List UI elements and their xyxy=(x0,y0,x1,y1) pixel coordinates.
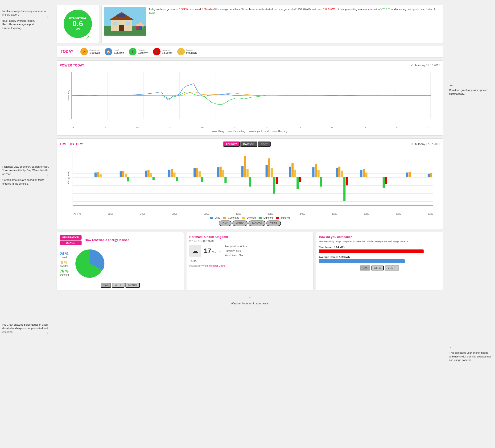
time-history-tabs[interactable]: ENERGY CARBON COST xyxy=(223,141,271,147)
revenue-value: £316.01 xyxy=(381,8,391,11)
power-chart-header: POWER TODAY < Thursday 07.07.2016 xyxy=(60,63,440,67)
compare-card: How do you compare? Your electricity usa… xyxy=(316,232,443,291)
annotation-arrow-2: → xyxy=(45,172,49,178)
svg-rect-20 xyxy=(125,174,127,177)
generation-usage-card: GENERATION USAGE How renewable energy is… xyxy=(56,232,184,291)
avg-home-bar xyxy=(319,259,405,263)
today-imported: ⬇ Imported 1.55kWh xyxy=(153,48,173,56)
usage-btn[interactable]: USAGE xyxy=(60,240,82,245)
pie-svg-wrap xyxy=(73,247,106,281)
pie-btn-day[interactable]: DAY xyxy=(101,283,111,288)
tab-energy[interactable]: ENERGY xyxy=(223,141,240,147)
time-history-chart-container: Energy (kWh) 0.75 0.5 0.25 0 -0.25 -0.5 … xyxy=(60,149,440,206)
time-history-header: TIME HISTORY ENERGY CARBON COST < Thursd… xyxy=(60,141,440,147)
compare-btn-week[interactable]: WEEK xyxy=(371,266,384,270)
pie-container: 24 % used 0 % diverted 76 % exported xyxy=(60,247,181,281)
used-value: 1.00kWh xyxy=(202,8,212,11)
btn-day[interactable]: DAY xyxy=(219,221,232,226)
pct-diverted-label: diverted xyxy=(60,265,69,267)
svg-rect-53 xyxy=(315,164,317,177)
pct-exported: 76 % xyxy=(60,269,68,274)
svg-rect-54 xyxy=(317,170,320,177)
svg-rect-55 xyxy=(320,177,322,187)
generation-btn[interactable]: GENERATION xyxy=(60,235,82,240)
svg-rect-26 xyxy=(168,170,170,177)
weather-details: Precipitation: 0.3mm Humidity: 83% Wind:… xyxy=(225,244,248,257)
bottom-note: Weather forecast in your area. xyxy=(231,302,269,305)
power-chart-svg xyxy=(72,72,431,119)
gen-value: 1.99kWh xyxy=(179,8,189,11)
pie-exported: 76 % exported xyxy=(60,269,69,276)
left-annotation-2: Historical view of energy, carbon or cos… xyxy=(2,165,50,186)
today-bar: TODAY ☀ Generated 1.99kWh 🏠 Used 2.55kWh… xyxy=(56,46,443,57)
weather-date: 2016-07-07 09:59 AM xyxy=(189,239,310,242)
pie-btn-week[interactable]: WEEK xyxy=(112,283,124,288)
svg-rect-60 xyxy=(346,177,348,186)
pie-btn-month[interactable]: MONTH xyxy=(125,283,140,288)
svg-rect-51 xyxy=(299,177,301,182)
page: Real-time widget showing your current im… xyxy=(0,0,495,448)
compare-period-buttons[interactable]: DAY WEEK MONTH xyxy=(319,266,440,270)
diverted-text: Diverted 0.00kWh xyxy=(186,49,197,54)
svg-rect-34 xyxy=(217,168,219,177)
your-home-label: Your home: 8.64 kWh xyxy=(319,246,440,249)
today-used: 🏠 Used 2.55kWh xyxy=(105,48,124,56)
svg-rect-41 xyxy=(249,177,251,187)
svg-rect-7 xyxy=(117,14,125,17)
annotation-arrow-1: → xyxy=(45,14,49,20)
legend-generating: Generating xyxy=(228,130,245,133)
left-annotation-1: Real-time widget showing your current im… xyxy=(2,9,50,31)
generated-text: Generated 1.99kWh xyxy=(89,49,100,54)
svg-rect-61 xyxy=(360,170,362,177)
info-card: Today we have generated 1.99kWh and used… xyxy=(101,5,443,43)
legend-imported: Imported xyxy=(276,216,290,219)
your-home-row: Your home: 8.64 kWh xyxy=(319,246,440,253)
svg-rect-64 xyxy=(383,177,385,188)
bottom-row: GENERATION USAGE How renewable energy is… xyxy=(56,232,443,291)
weather-main: ☁ 17 °C | °F Precipitation: 0.3mm Humidi… xyxy=(189,244,310,257)
exported-text: Exported 0.99kWh xyxy=(138,49,149,54)
compare-btn-month[interactable]: MONTH xyxy=(385,266,399,270)
weather-link[interactable]: World Weather Online xyxy=(203,265,226,267)
your-home-bar xyxy=(319,250,424,253)
compare-btn-day[interactable]: DAY xyxy=(360,266,370,270)
svg-rect-23 xyxy=(147,170,150,177)
svg-point-10 xyxy=(136,24,139,27)
svg-rect-68 xyxy=(427,174,430,177)
pie-period-buttons[interactable]: DAY WEEK MONTH xyxy=(60,283,181,288)
btn-week[interactable]: WEEK xyxy=(233,221,248,226)
compare-title: How do you compare? xyxy=(319,235,440,239)
legend-import-export: Import/Export xyxy=(249,130,269,133)
svg-rect-13 xyxy=(142,27,144,29)
time-history-title: TIME HISTORY xyxy=(60,142,83,146)
today-generated: ☀ Generated 1.99kWh xyxy=(80,48,100,56)
exporting-unit: kW xyxy=(76,27,80,31)
svg-rect-56 xyxy=(336,168,338,177)
btn-month[interactable]: MONTH xyxy=(248,221,265,226)
btn-year[interactable]: YEAR xyxy=(266,221,281,226)
today-label: TODAY xyxy=(61,50,73,54)
svg-rect-46 xyxy=(275,177,278,184)
legend-exported: Exported xyxy=(259,216,273,219)
svg-rect-18 xyxy=(120,171,122,177)
svg-rect-30 xyxy=(193,168,196,177)
pie-legend: 24 % used 0 % diverted 76 % exported xyxy=(60,252,69,276)
svg-rect-59 xyxy=(344,177,345,201)
used-text: Used 2.55kWh xyxy=(114,49,124,54)
used2-value: 352.01kWh xyxy=(323,8,336,11)
time-history-date[interactable]: < Thursday 07.07.2016 xyxy=(411,142,440,146)
power-chart-date[interactable]: < Thursday 07.07.2016 xyxy=(411,64,440,67)
tab-cost[interactable]: COST xyxy=(258,141,271,147)
power-today-card: POWER TODAY < Thursday 07.07.2016 Power … xyxy=(56,60,443,136)
svg-rect-36 xyxy=(222,170,224,177)
avg-home-row: Average Home: 7.09 kWh xyxy=(319,256,440,263)
tab-carbon[interactable]: CARBON xyxy=(240,141,257,147)
svg-rect-28 xyxy=(173,173,175,177)
svg-rect-5 xyxy=(113,22,117,25)
time-history-period-buttons[interactable]: DAY WEEK MONTH YEAR xyxy=(60,221,440,226)
time-history-card: TIME HISTORY ENERGY CARBON COST < Thursd… xyxy=(56,139,443,229)
time-history-legend: Used Generated Diverted Exported Importe… xyxy=(60,216,440,219)
svg-rect-19 xyxy=(122,171,124,177)
legend-generated: Generated xyxy=(223,216,239,219)
power-y-label: Power (kW) xyxy=(68,90,70,101)
